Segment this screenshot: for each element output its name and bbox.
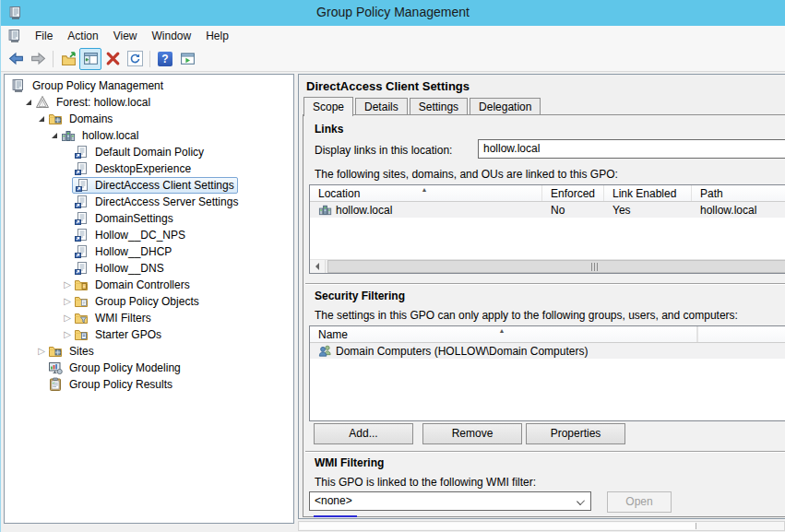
back-icon: [8, 51, 24, 66]
scrollbar-grip-icon: [591, 263, 600, 271]
main-area: Group Policy Management Forest: hollow.l…: [1, 72, 785, 532]
tree-item-directaccess-client-settings[interactable]: DirectAccess Client Settings: [5, 177, 293, 194]
column-header-name[interactable]: Name ▲: [310, 326, 697, 342]
tree-item-domains[interactable]: Domains: [5, 111, 293, 127]
location-dropdown[interactable]: hollow.local: [478, 139, 785, 159]
menu-action[interactable]: Action: [60, 27, 105, 45]
menu-help[interactable]: Help: [198, 27, 236, 45]
add-button[interactable]: Add...: [314, 423, 413, 444]
tab-settings[interactable]: Settings: [410, 98, 468, 114]
gpo-icon: [75, 178, 89, 193]
expander-open-icon[interactable]: [22, 100, 35, 105]
delete-button[interactable]: [101, 48, 124, 70]
expander-open-icon[interactable]: [35, 116, 48, 122]
refresh-button[interactable]: [124, 48, 146, 70]
security-table-row[interactable]: Domain Computers (HOLLOW\Domain Computer…: [310, 343, 785, 359]
menu-file[interactable]: File: [28, 27, 60, 45]
tab-delegation[interactable]: Delegation: [470, 98, 541, 114]
selected-tree-item[interactable]: DirectAccess Client Settings: [72, 177, 238, 194]
column-header-location[interactable]: Location ▲: [310, 185, 542, 201]
scroll-left-button[interactable]: [310, 260, 326, 273]
tree-item-domain-controllers[interactable]: Domain Controllers: [5, 277, 293, 293]
expander-open-icon[interactable]: [48, 133, 61, 138]
tab-scope[interactable]: Scope: [303, 97, 353, 116]
column-header-enforced[interactable]: Enforced: [542, 185, 604, 201]
show-console-tree-button[interactable]: [79, 48, 101, 70]
links-table-row[interactable]: hollow.local No Yes hollow.local: [310, 202, 785, 218]
expander-closed-icon[interactable]: [61, 313, 74, 323]
tree-item-starter-gpos[interactable]: Starter GPOs: [5, 326, 293, 343]
security-filtering-table: Name ▲ Domain Computers (HOLLOW\Domain C…: [309, 325, 785, 421]
menu-window[interactable]: Window: [145, 27, 199, 45]
scrollbar-thumb[interactable]: [300, 523, 696, 529]
expander-closed-icon[interactable]: [61, 330, 74, 339]
gpo-icon: [74, 211, 89, 226]
wmi-filtering-heading: WMI Filtering: [315, 456, 384, 469]
tree-item-group-policy-results[interactable]: Group Policy Results: [5, 376, 293, 393]
open-button[interactable]: Open: [607, 491, 672, 513]
tree-item-desktopexperience[interactable]: DesktopExperience: [5, 160, 293, 177]
wmi-filter-dropdown[interactable]: <none>: [309, 491, 591, 511]
security-filtering-description: The settings in this GPO can only apply …: [315, 309, 738, 322]
links-table-empty-area: [310, 218, 785, 259]
back-button[interactable]: [5, 48, 27, 70]
gpo-icon: [74, 228, 89, 242]
tree-item-sites[interactable]: Sites: [5, 343, 293, 360]
help-button[interactable]: ?: [154, 48, 176, 70]
tree-item-hollow-dns[interactable]: Hollow__DNS: [5, 260, 293, 277]
column-header-blank[interactable]: [697, 326, 785, 342]
gpmc-window: Group Policy Management File Action View…: [0, 0, 785, 532]
tree-item-group-policy-modeling[interactable]: Group Policy Modeling: [5, 360, 293, 376]
starter-gpo-folder-icon: [74, 327, 89, 342]
scrollbar-thumb[interactable]: [327, 260, 785, 273]
tree-item-default-domain-policy[interactable]: Default Domain Policy: [5, 144, 293, 160]
links-table-hscrollbar[interactable]: [310, 259, 785, 273]
column-header-path[interactable]: Path: [692, 185, 785, 201]
gpo-icon: [74, 261, 89, 276]
content-horizontal-scrollbar[interactable]: [298, 521, 785, 531]
export-button[interactable]: [57, 48, 79, 70]
focus-underline: [314, 515, 357, 517]
links-table-intro: The following sites, domains, and OUs ar…: [315, 168, 618, 181]
tab-details[interactable]: Details: [355, 98, 408, 114]
tree-item-forest[interactable]: Forest: hollow.local: [5, 94, 293, 111]
content-pane: DirectAccess Client Settings Scope Detai…: [298, 74, 785, 519]
links-table-header: Location ▲ Enforced Link Enabled Path: [310, 185, 785, 202]
tree-item-hollow-dc-nps[interactable]: Hollow__DC_NPS: [5, 227, 293, 243]
wmi-filtering-description: This GPO is linked to the following WMI …: [315, 476, 536, 489]
domains-folder-icon: [48, 112, 63, 126]
forward-icon: [30, 51, 46, 66]
show-console-tree-icon: [83, 51, 99, 66]
section-separator: [305, 451, 785, 453]
menu-bar: File Action View Window Help: [1, 26, 785, 46]
expander-closed-icon[interactable]: [61, 280, 74, 290]
tree-item-domain-hollow[interactable]: hollow.local: [5, 127, 293, 144]
remove-button[interactable]: Remove: [422, 423, 522, 444]
gpmc-console-icon: [11, 78, 26, 93]
expander-closed-icon[interactable]: [61, 297, 74, 306]
links-table: Location ▲ Enforced Link Enabled Path ho…: [309, 184, 785, 274]
results-icon: [48, 377, 63, 392]
console-tree-pane: Group Policy Management Forest: hollow.l…: [4, 74, 294, 524]
export-folder-icon: [61, 51, 77, 66]
properties-button[interactable]: Properties: [526, 423, 625, 444]
window-title: Group Policy Management: [1, 5, 785, 19]
forward-button[interactable]: [27, 48, 49, 70]
scope-tab-page: Links Display links in this location: ho…: [303, 114, 785, 517]
help-icon: ?: [158, 52, 172, 66]
links-heading: Links: [315, 123, 343, 136]
expander-closed-icon[interactable]: [35, 347, 48, 356]
tree-item-gpm-root[interactable]: Group Policy Management: [5, 77, 293, 94]
tree-item-directaccess-server-settings[interactable]: DirectAccess Server Settings: [5, 194, 293, 210]
menu-view[interactable]: View: [106, 27, 145, 45]
tree-item-wmi-filters[interactable]: WMI Filters: [5, 310, 293, 326]
security-table-empty-area: [310, 359, 785, 420]
console-icon[interactable]: [7, 29, 22, 43]
new-window-button[interactable]: [176, 48, 198, 70]
domain-icon: [61, 128, 76, 143]
tree-item-hollow-dhcp[interactable]: Hollow__DHCP: [5, 243, 293, 260]
refresh-icon: [127, 51, 143, 66]
tree-item-domainsettings[interactable]: DomainSettings: [5, 210, 293, 227]
tree-item-group-policy-objects[interactable]: Group Policy Objects: [5, 293, 293, 310]
column-header-link-enabled[interactable]: Link Enabled: [604, 185, 692, 201]
